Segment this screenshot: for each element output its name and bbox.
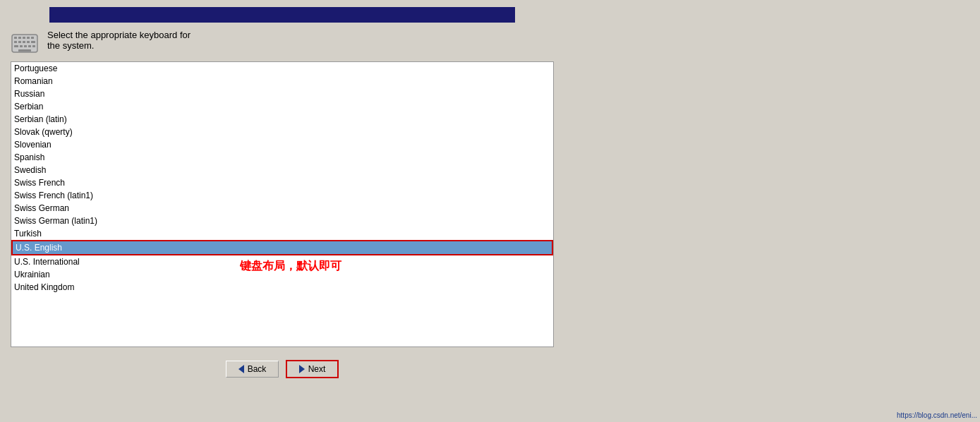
list-item[interactable]: Serbian (latin): [11, 113, 553, 126]
list-item[interactable]: Swiss French (latin1): [11, 189, 553, 202]
next-label: Next: [308, 364, 326, 374]
keyboard-list[interactable]: PortugueseRomanianRussianSerbianSerbian …: [11, 62, 553, 346]
header-text-line1: Select the appropriate keyboard for: [47, 30, 190, 40]
button-row: Back Next: [0, 347, 564, 385]
keyboard-list-container[interactable]: PortugueseRomanianRussianSerbianSerbian …: [11, 61, 554, 347]
list-item[interactable]: U.S. English: [11, 240, 553, 255]
back-button[interactable]: Back: [226, 361, 279, 378]
svg-rect-12: [20, 45, 23, 47]
svg-rect-1: [14, 37, 17, 39]
next-button[interactable]: Next: [286, 360, 339, 378]
keyboard-icon: [11, 31, 39, 56]
back-label: Back: [248, 364, 267, 374]
svg-rect-3: [23, 37, 25, 39]
list-item[interactable]: Spanish: [11, 151, 553, 164]
list-item[interactable]: Swiss French: [11, 176, 553, 189]
list-item[interactable]: Slovak (qwerty): [11, 126, 553, 138]
list-item[interactable]: Swiss German (latin1): [11, 215, 553, 227]
next-arrow-icon: [299, 365, 305, 373]
svg-rect-6: [14, 41, 17, 43]
list-item[interactable]: U.S. International: [11, 255, 553, 268]
svg-rect-9: [27, 41, 30, 43]
svg-rect-13: [24, 45, 27, 47]
svg-rect-2: [18, 37, 21, 39]
header-section: Select the appropriate keyboard for the …: [0, 23, 564, 61]
svg-rect-15: [32, 45, 35, 47]
top-bar: [49, 7, 515, 23]
svg-rect-7: [18, 41, 21, 43]
list-item[interactable]: Slovenian: [11, 138, 553, 151]
svg-rect-16: [18, 49, 31, 52]
svg-rect-11: [14, 45, 18, 47]
header-description: Select the appropriate keyboard for the …: [47, 30, 190, 51]
list-item[interactable]: Turkish: [11, 227, 553, 240]
header-text-line2: the system.: [47, 40, 94, 51]
svg-rect-10: [31, 41, 35, 43]
svg-rect-4: [27, 37, 30, 39]
svg-rect-8: [23, 41, 25, 43]
list-item[interactable]: Serbian: [11, 100, 553, 113]
list-item[interactable]: Russian: [11, 88, 553, 100]
svg-rect-14: [28, 45, 31, 47]
back-arrow-icon: [238, 365, 244, 373]
list-item[interactable]: Portuguese: [11, 62, 553, 75]
list-item[interactable]: Romanian: [11, 75, 553, 88]
list-item[interactable]: United Kingdom: [11, 281, 553, 294]
svg-rect-5: [31, 37, 34, 39]
list-item[interactable]: Swiss German: [11, 202, 553, 215]
list-item[interactable]: Swedish: [11, 164, 553, 176]
list-item[interactable]: Ukrainian: [11, 268, 553, 281]
list-wrapper: PortugueseRomanianRussianSerbianSerbian …: [0, 61, 564, 347]
